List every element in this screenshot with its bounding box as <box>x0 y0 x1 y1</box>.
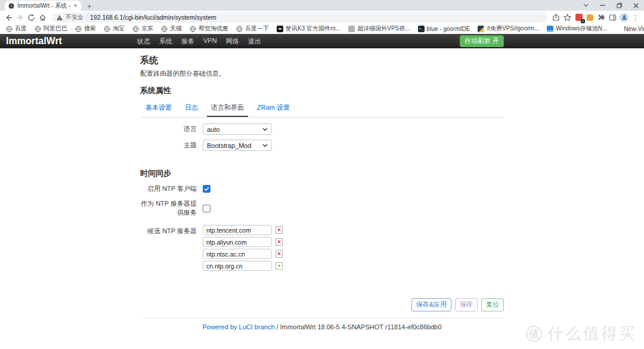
extension-yellow-icon[interactable] <box>584 12 596 23</box>
tab-basic-settings[interactable]: 基本设置 <box>141 101 176 117</box>
remove-entry-icon[interactable]: ✕ <box>275 226 283 234</box>
language-select[interactable]: auto <box>203 123 272 135</box>
nav-item-services[interactable]: 服务 <box>181 37 194 46</box>
check-icon <box>204 187 209 191</box>
bookmark-label: #免费VPS#goorm... <box>487 24 539 33</box>
bookmark-label: 淘宝 <box>113 24 125 33</box>
bookmark-label: blue - goormIDE <box>427 26 470 32</box>
bookmark-item[interactable]: 帮您淘优惠 <box>190 24 228 33</box>
theme-select[interactable]: Bootstrap_Mod <box>203 140 272 151</box>
window-restore-icon[interactable] <box>611 0 627 11</box>
bookmark-item[interactable]: 阿里巴巴 <box>35 24 67 33</box>
bookmarks-bar: 百度阿里巴巴搜索淘宝京东天猫帮您淘优惠百度一下tb斐讯K3 官方固件ro...超… <box>0 24 644 34</box>
auto-refresh-toggle[interactable]: 自动刷新 开 <box>460 35 504 47</box>
ntp-server-row: ✕ <box>203 249 283 259</box>
save-apply-button[interactable]: 保存&应用 <box>411 298 451 311</box>
share-icon[interactable] <box>550 12 562 23</box>
security-label[interactable]: 不安全 <box>66 13 83 21</box>
language-label: 语言 <box>140 125 203 134</box>
bookmark-item[interactable]: >_blue - goormIDE <box>418 26 470 32</box>
nav-item-network[interactable]: 网络 <box>226 37 239 46</box>
bookmark-item[interactable]: Windows存储池N... <box>547 24 607 33</box>
windows-icon <box>615 26 621 32</box>
tab-close-icon[interactable]: ✕ <box>73 3 78 8</box>
ntp-client-checkbox[interactable] <box>203 185 210 193</box>
nav-item-vpn[interactable]: VPN <box>203 37 217 46</box>
back-icon[interactable] <box>3 12 14 23</box>
globe-icon <box>35 26 41 32</box>
new-tab-button[interactable]: + <box>87 2 92 11</box>
smzdm-watermark: 值 什么值得买 <box>526 323 637 344</box>
page-footer: Powered by LuCI branch / ImmortalWrt 18.… <box>140 323 504 331</box>
bookmark-label: 帮您淘优惠 <box>199 24 228 33</box>
brand-logo[interactable]: ImmortalWrt <box>0 36 137 47</box>
remove-entry-icon[interactable]: ✕ <box>275 238 283 246</box>
ntp-server-row: + <box>203 261 283 271</box>
luci-navbar: ImmortalWrt 状态系统服务VPN网络退出 自动刷新 开 <box>0 34 644 48</box>
ntp-provide-label: 作为 NTP 服务器提供服务 <box>140 199 203 217</box>
bookmark-item[interactable]: 超详细国外VPS搭... <box>348 24 410 33</box>
bookmark-star-icon[interactable] <box>562 12 573 23</box>
smzdm-badge-icon: 值 <box>526 326 542 342</box>
globe-icon <box>161 26 168 32</box>
theme-label: 主题 <box>140 141 203 150</box>
nav-item-status[interactable]: 状态 <box>137 37 150 46</box>
colorful-icon <box>478 26 484 32</box>
time-sync-title: 时间同步 <box>140 168 504 179</box>
browser-menu-icon[interactable]: ⋮ <box>630 12 641 23</box>
tab-language-ui[interactable]: 语言和界面 <box>207 101 248 117</box>
bookmark-item[interactable]: 京东 <box>132 24 153 33</box>
bookmark-item[interactable]: 百度一下 <box>236 24 269 33</box>
browser-tab[interactable]: ImmortalWrt - 系统 - LuCI ✕ <box>5 1 81 11</box>
globe-icon <box>104 26 110 32</box>
nav-item-logout[interactable]: 退出 <box>248 37 261 46</box>
ntp-candidates-label: 候选 NTP 服务器 <box>140 225 203 236</box>
reset-button[interactable]: 复位 <box>481 298 504 311</box>
side-panel-icon[interactable] <box>607 12 618 23</box>
browser-toolbar: 不安全 192.168.6.1/cgi-bin/luci/admin/syste… <box>0 11 644 24</box>
bookmark-label: 斐讯K3 官方固件ro... <box>286 24 340 33</box>
nav-item-system[interactable]: 系统 <box>159 37 172 46</box>
bookmark-item[interactable]: #免费VPS#goorm... <box>478 24 539 33</box>
ntp-server-input-2[interactable] <box>203 249 272 259</box>
bookmark-item[interactable]: 淘宝 <box>104 24 125 33</box>
ntp-server-row: ✕ <box>203 237 283 247</box>
tab-title: ImmortalWrt - 系统 - LuCI <box>17 2 70 10</box>
bookmark-label: 阿里巴巴 <box>44 24 67 33</box>
ntp-server-input-3[interactable] <box>203 261 272 271</box>
extension-red-icon[interactable]: 1 <box>573 12 584 23</box>
bookmark-item[interactable]: tb斐讯K3 官方固件ro... <box>277 24 340 33</box>
extensions-puzzle-icon[interactable] <box>596 12 607 23</box>
ntp-server-row: ✕ <box>203 225 283 235</box>
tb-icon: tb <box>277 26 283 32</box>
window-minimize-icon[interactable] <box>594 0 611 11</box>
bookmark-item[interactable]: 天猫 <box>161 24 182 33</box>
address-bar[interactable]: 不安全 192.168.6.1/cgi-bin/luci/admin/syste… <box>51 13 547 23</box>
window-close-icon[interactable] <box>627 0 644 11</box>
page-content: 系统 配置路由器的部分基础信息。 系统属性 基本设置日志语言和界面ZRam 设置… <box>140 55 504 331</box>
bookmark-label: New-VirtualDisk <box>624 26 644 32</box>
bookmark-item[interactable]: New-VirtualDisk <box>615 26 644 32</box>
page-title: 系统 <box>140 55 504 66</box>
tab-logs[interactable]: 日志 <box>181 101 202 117</box>
forward-icon[interactable] <box>14 12 26 23</box>
ntp-server-input-1[interactable] <box>203 237 272 247</box>
win-blue-icon <box>547 26 553 32</box>
language-value: auto <box>207 126 219 133</box>
luci-branch-link[interactable]: Powered by LuCI branch <box>202 323 274 331</box>
tab-zram-settings[interactable]: ZRam 设置 <box>253 101 294 117</box>
ntp-server-input-0[interactable] <box>203 225 272 235</box>
version-text: / ImmortalWrt 18.06-5.4-SNAPSHOT r11814-… <box>275 323 442 331</box>
bookmark-item[interactable]: 百度 <box>6 24 27 33</box>
url-text[interactable]: 192.168.6.1/cgi-bin/luci/admin/system/sy… <box>90 14 216 21</box>
window-dropdown-icon[interactable] <box>577 0 594 11</box>
ntp-provide-checkbox[interactable] <box>203 205 210 212</box>
save-button[interactable]: 保存 <box>455 298 478 311</box>
reload-icon[interactable] <box>26 12 37 23</box>
profile-avatar-icon[interactable] <box>618 12 630 23</box>
home-icon[interactable] <box>37 12 48 23</box>
bookmark-item[interactable]: 搜索 <box>75 24 96 33</box>
remove-entry-icon[interactable]: ✕ <box>275 250 283 258</box>
bookmark-label: 超详细国外VPS搭... <box>357 24 410 33</box>
add-entry-icon[interactable]: + <box>275 262 283 270</box>
